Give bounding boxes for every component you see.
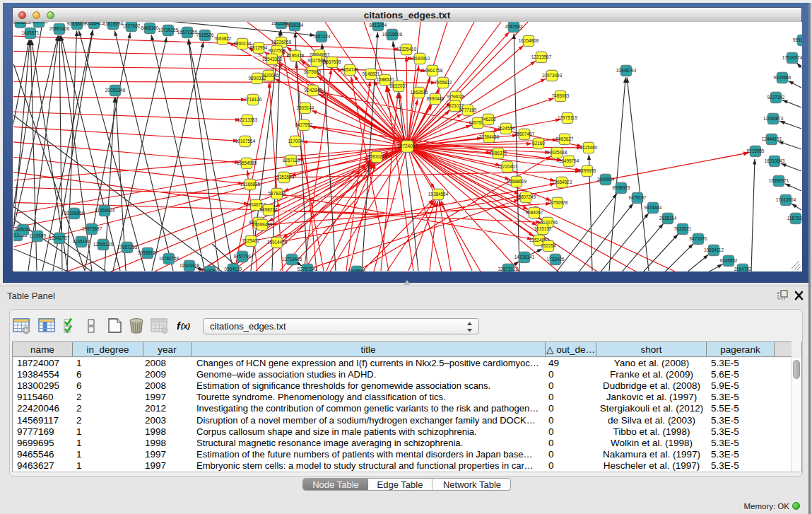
svg-text:19218506: 19218506 — [382, 32, 403, 37]
svg-text:17359924: 17359924 — [95, 208, 115, 213]
svg-text:117004: 117004 — [288, 139, 303, 144]
svg-text:2367608: 2367608 — [324, 59, 341, 64]
svg-text:16154808: 16154808 — [519, 38, 539, 43]
svg-text:0564139: 0564139 — [225, 267, 242, 271]
svg-text:8912954: 8912954 — [250, 45, 268, 50]
svg-text:10433218: 10433218 — [13, 22, 31, 25]
svg-text:19384554: 19384554 — [428, 192, 449, 197]
svg-text:(x): (x) — [181, 322, 190, 330]
svg-text:7515526: 7515526 — [196, 33, 214, 37]
svg-text:8822037: 8822037 — [390, 83, 408, 88]
svg-text:17010504: 17010504 — [776, 197, 796, 202]
svg-text:19166825: 19166825 — [240, 182, 261, 187]
svg-text:13716485: 13716485 — [282, 257, 302, 262]
svg-text:9115460: 9115460 — [580, 145, 598, 150]
svg-text:8860124: 8860124 — [234, 41, 252, 46]
svg-text:9329966: 9329966 — [774, 75, 792, 80]
svg-text:12942757: 12942757 — [49, 235, 70, 240]
svg-text:9245652: 9245652 — [720, 258, 738, 263]
svg-text:3164752: 3164752 — [734, 267, 752, 271]
svg-text:16210643: 16210643 — [765, 158, 785, 163]
svg-text:3675685: 3675685 — [304, 69, 322, 74]
svg-text:5498222: 5498222 — [260, 207, 278, 212]
svg-text:12975115: 12975115 — [558, 115, 577, 120]
svg-text:11923448: 11923448 — [180, 263, 199, 268]
svg-text:8813054: 8813054 — [370, 23, 387, 28]
svg-text:19654923: 19654923 — [552, 180, 572, 185]
svg-text:252254: 252254 — [541, 243, 556, 248]
svg-text:6466160: 6466160 — [141, 25, 159, 30]
svg-text:8471676: 8471676 — [690, 236, 707, 241]
svg-text:12353594: 12353594 — [274, 175, 295, 180]
svg-text:9890312: 9890312 — [249, 76, 266, 81]
svg-text:12505135: 12505135 — [93, 242, 114, 247]
svg-text:2803144: 2803144 — [297, 105, 314, 110]
svg-text:11615594: 11615594 — [103, 22, 123, 26]
svg-text:9146821: 9146821 — [363, 71, 380, 76]
svg-text:9600133: 9600133 — [30, 22, 48, 24]
svg-text:12444151: 12444151 — [762, 136, 782, 141]
svg-text:7648350: 7648350 — [201, 269, 219, 271]
svg-text:19975887: 19975887 — [82, 226, 102, 231]
svg-text:20891406: 20891406 — [49, 26, 70, 31]
svg-text:20364436: 20364436 — [479, 134, 500, 139]
svg-text:10719155: 10719155 — [158, 28, 179, 33]
svg-text:25300275: 25300275 — [367, 154, 387, 159]
svg-text:19756928: 19756928 — [548, 200, 568, 205]
svg-text:18226058: 18226058 — [271, 40, 292, 45]
svg-text:14136141: 14136141 — [514, 255, 535, 259]
svg-text:1615132: 1615132 — [534, 226, 552, 231]
svg-text:7632621: 7632621 — [674, 226, 692, 231]
svg-text:7625402: 7625402 — [242, 238, 260, 243]
svg-text:17957253: 17957253 — [117, 245, 138, 250]
svg-text:32871012: 32871012 — [498, 267, 519, 271]
svg-text:16671355: 16671355 — [177, 30, 198, 35]
svg-text:16543362: 16543362 — [262, 57, 283, 62]
svg-text:1145194: 1145194 — [73, 239, 90, 244]
svg-text:62160: 62160 — [532, 141, 545, 146]
svg-text:2718126: 2718126 — [245, 97, 262, 102]
svg-text:19914479: 19914479 — [267, 240, 288, 245]
svg-text:10973493: 10973493 — [542, 73, 563, 78]
svg-text:10961758: 10961758 — [423, 68, 443, 73]
svg-text:8427552: 8427552 — [295, 122, 313, 127]
svg-text:8849696: 8849696 — [348, 269, 366, 271]
svg-text:9327506: 9327506 — [269, 48, 286, 53]
svg-text:7485063: 7485063 — [552, 93, 570, 98]
svg-text:9777169: 9777169 — [459, 107, 477, 112]
svg-text:8215955: 8215955 — [747, 148, 765, 153]
svg-text:9899695: 9899695 — [579, 168, 596, 173]
svg-text:7955812: 7955812 — [435, 80, 452, 85]
svg-text:15692971: 15692971 — [769, 178, 789, 183]
svg-text:1640954: 1640954 — [597, 177, 615, 182]
svg-text:3624554: 3624554 — [498, 126, 515, 131]
svg-text:1362615: 1362615 — [411, 90, 428, 95]
svg-text:10107554: 10107554 — [235, 139, 256, 144]
svg-text:40265423: 40265423 — [84, 22, 105, 25]
svg-text:746206: 746206 — [481, 117, 496, 122]
svg-text:10648764: 10648764 — [616, 68, 637, 73]
svg-text:10025438: 10025438 — [547, 150, 567, 155]
svg-text:9457791: 9457791 — [234, 254, 252, 259]
svg-text:10807487: 10807487 — [514, 132, 535, 136]
svg-text:19654985: 19654985 — [237, 160, 257, 165]
svg-text:95931034: 95931034 — [793, 37, 802, 42]
svg-text:53767242: 53767242 — [298, 267, 318, 271]
svg-text:7663822: 7663822 — [214, 36, 232, 41]
svg-text:9084067: 9084067 — [526, 210, 543, 215]
svg-text:2935114: 2935114 — [659, 216, 677, 221]
svg-text:1527602: 1527602 — [123, 23, 141, 28]
svg-text:18807249: 18807249 — [516, 194, 536, 199]
svg-text:20053346: 20053346 — [105, 88, 126, 93]
svg-text:5878334: 5878334 — [269, 191, 286, 196]
svg-text:9794028: 9794028 — [447, 94, 465, 99]
svg-text:8186328: 8186328 — [287, 53, 305, 58]
svg-text:9474444: 9474444 — [645, 205, 662, 210]
svg-text:1187531: 1187531 — [787, 216, 802, 221]
svg-text:9227342: 9227342 — [767, 95, 785, 100]
svg-text:7816184: 7816184 — [286, 23, 304, 28]
svg-text:15720407: 15720407 — [498, 164, 518, 169]
svg-text:17510074: 17510074 — [782, 55, 802, 60]
svg-text:18640910: 18640910 — [410, 56, 430, 61]
svg-text:12213967: 12213967 — [531, 54, 552, 59]
